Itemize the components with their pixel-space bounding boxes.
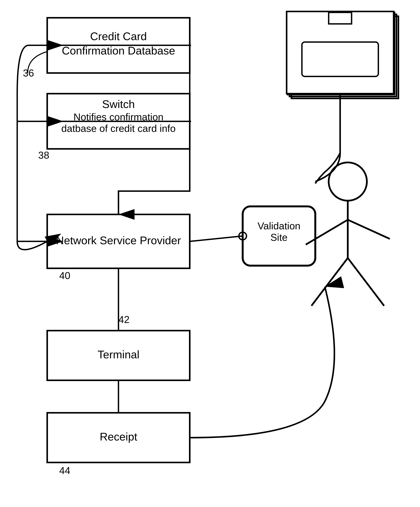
- switch-label1: Switch: [102, 98, 135, 110]
- svg-point-19: [329, 162, 367, 201]
- credit-card-db-label: Credit Card: [90, 30, 147, 42]
- diagram-container: Credit Card Confirmation Database Switch…: [0, 0, 420, 507]
- svg-line-24: [348, 258, 384, 306]
- ref-44: 44: [59, 465, 70, 476]
- svg-line-21: [306, 220, 348, 245]
- switch-label3: datbase of credit card info: [61, 123, 176, 134]
- terminal-label: Terminal: [98, 348, 139, 361]
- credit-card-db-label2: Confirmation Database: [62, 44, 175, 57]
- ref-40: 40: [59, 270, 70, 281]
- ref-42: 42: [119, 314, 130, 325]
- receipt-label: Receipt: [100, 430, 137, 443]
- svg-line-23: [311, 258, 348, 306]
- svg-line-22: [348, 220, 390, 239]
- ref-38: 38: [38, 150, 49, 161]
- validation-site-label1: Validation: [258, 220, 301, 232]
- validation-site-label2: Site: [270, 232, 287, 243]
- svg-line-11: [190, 236, 243, 241]
- nsp-label: Network Service Provider: [56, 234, 181, 246]
